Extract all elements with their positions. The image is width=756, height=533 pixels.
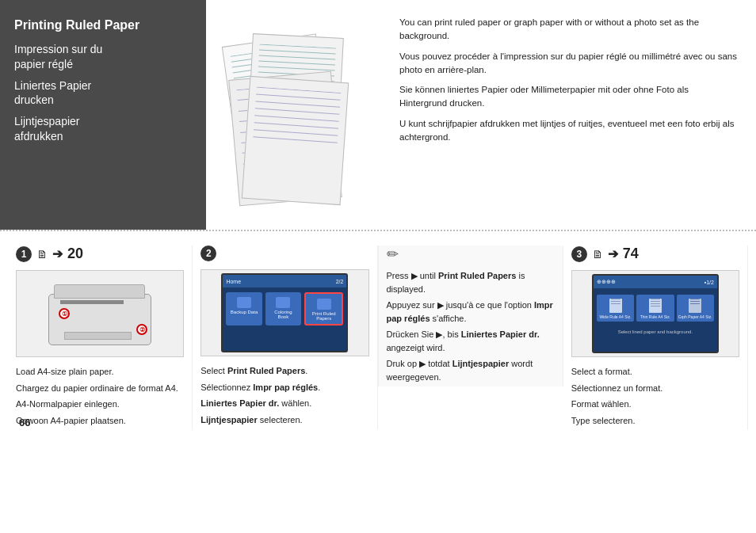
note-desc-fr: Appuyez sur ▶ jusqu'à ce que l'option Im… (387, 299, 555, 325)
step-3-desc-nl: Type selecteren. (571, 414, 739, 428)
thin-rule-icon (649, 299, 662, 313)
note-step: ✏ Press ▶ until Print Ruled Papers is di… (378, 246, 563, 386)
step-1-desc-fr: Chargez du papier ordinaire de format A4… (16, 382, 184, 395)
menu-print-ruled: Print Ruled Papers (304, 292, 343, 326)
screen3-header: ⊕⊕⊕⊕ ▪1/2 (594, 276, 717, 288)
step-3-desc-de: Format wählen. (571, 398, 739, 411)
note-desc-nl: Druk op ▶ totdat Lijntjespapier wordt we… (387, 357, 555, 383)
screen-body: Backup Data Coloring Book Print Ruled Pa… (223, 287, 346, 330)
step-2-desc-de: Liniertes Papier dr. wählen. (200, 397, 368, 410)
sidebar-subtitle-fr: Impression sur dupapier réglé (14, 42, 192, 72)
arrow-3: ➔ (608, 246, 618, 261)
step-3: 3 🗎 ➔ 74 ⊕⊕⊕⊕ ▪1/2 Wide Rule A4 Siz. (563, 246, 748, 430)
step-1-desc-nl: Gewoon A4-papier plaatsen. (16, 414, 184, 428)
sidebar-subtitle-nl: Lijntjespapierafdrukken (14, 114, 192, 144)
page-number: 66 (19, 417, 30, 428)
note-text: Press ▶ until Print Ruled Papers is disp… (387, 269, 555, 383)
desc-en: You can print ruled paper or graph paper… (399, 16, 737, 44)
step-1-page: 20 (67, 246, 83, 262)
sidebar-title: Printing Ruled Paper (14, 17, 192, 34)
top-section: Printing Ruled Paper Impression sur dupa… (0, 0, 756, 230)
backup-data-label: Backup Data (229, 310, 258, 314)
note-desc-en: Press ▶ until Print Ruled Papers is disp… (387, 269, 555, 295)
right-content: You can print ruled paper or graph paper… (380, 0, 756, 230)
menu-coloring-book: Coloring Book (265, 292, 301, 326)
book-icon-1: 🗎 (36, 248, 48, 261)
wide-rule-label: Wide Rule A4 Siz. (598, 314, 632, 319)
graph-paper-label: Grph Paper A4 Siz. (678, 314, 712, 319)
screen3-footer: Select lined paper and background. (594, 328, 717, 336)
step-1-number: 1 (16, 246, 32, 262)
desc-de: Sie können liniertes Papier oder Millime… (399, 83, 737, 111)
sidebar: Printing Ruled Paper Impression sur dupa… (0, 0, 206, 230)
screen3-page: ▪1/2 (704, 280, 714, 285)
printer-output-tray (64, 332, 132, 340)
menu-backup-data: Backup Data (226, 292, 262, 326)
step-2-text: Select Print Ruled Papers. Sélectionnez … (200, 364, 368, 426)
step-1-header: 1 🗎 ➔ 20 (16, 246, 184, 262)
screen-title: Home (226, 279, 241, 284)
thin-rule-label: Thin Rule A4 Siz. (638, 314, 672, 319)
screen-page: 2/2 (336, 279, 344, 284)
step-1-desc-de: A4-Normalpapier einlegen. (16, 398, 184, 411)
step-2-screen: Home 2/2 Backup Data Coloring Book Print… (221, 273, 348, 352)
step-3-header: 3 🗎 ➔ 74 (571, 246, 739, 262)
step-2-header: 2 (200, 246, 368, 261)
step-2-number: 2 (200, 246, 216, 261)
sidebar-subtitle-de: Liniertes Papierdrucken (14, 78, 192, 109)
print-ruled-label: Print Ruled Papers (309, 311, 338, 321)
bottom-section: 1 🗎 ➔ 20 ① ② Load A4-size plain paper (0, 231, 756, 438)
arrow-1: ➔ (52, 246, 63, 261)
paper-illustration (206, 0, 380, 230)
wide-rule-icon (609, 299, 622, 313)
step-2-desc-en: Select Print Ruled Papers. (200, 364, 368, 378)
step-1: 1 🗎 ➔ 20 ① ② Load A4-size plain paper (8, 246, 193, 430)
step-1-desc-en: Load A4-size plain paper. (16, 365, 184, 379)
step-3-image: ⊕⊕⊕⊕ ▪1/2 Wide Rule A4 Siz. Thin (571, 270, 739, 357)
note-desc-de: Drücken Sie ▶, bis Liniertes Papier dr. … (387, 328, 555, 354)
step-2-desc-nl: Lijntjespapier selecteren. (200, 413, 368, 427)
printer-illustration: ① ② (44, 278, 155, 349)
step-3-text: Select a format. Sélectionnez un format.… (571, 365, 739, 427)
step-2-image: Home 2/2 Backup Data Coloring Book Print… (200, 269, 368, 356)
pencil-icon: ✏ (387, 246, 555, 263)
book-icon-3: 🗎 (592, 248, 603, 261)
screen3-body: Wide Rule A4 Siz. Thin Rule A4 Siz. Grph… (594, 288, 717, 328)
format-graph: Grph Paper A4 Siz. (677, 295, 714, 322)
screen3-icons: ⊕⊕⊕⊕ (597, 279, 616, 285)
graph-paper-icon (689, 299, 701, 313)
coloring-book-label: Coloring Book (269, 310, 298, 319)
printer-slot (60, 300, 124, 304)
format-wide-rule: Wide Rule A4 Siz. (597, 295, 634, 322)
desc-fr: Vous pouvez procéder à l'impression sur … (399, 50, 737, 78)
screen-header: Home 2/2 (223, 275, 346, 287)
paper-sheet-grid-2 (242, 76, 349, 205)
desc-nl: U kunt schrijfpapier afdrukken met lijnt… (399, 117, 737, 145)
step-2-desc-fr: Sélectionnez Impr pap réglés. (200, 381, 368, 394)
step-3-page: 74 (623, 246, 639, 262)
print-ruled-icon (317, 299, 331, 310)
backup-data-icon (237, 297, 251, 308)
paper-stack (230, 32, 357, 198)
step-2: 2 Home 2/2 Backup Data Coloring Book (193, 246, 377, 429)
step-3-desc-fr: Sélectionnez un format. (571, 382, 739, 395)
step-1-text: Load A4-size plain paper. Chargez du pap… (16, 365, 184, 427)
printer-lid (54, 284, 145, 299)
format-thin-rule: Thin Rule A4 Siz. (636, 295, 674, 322)
step-3-number: 3 (571, 246, 587, 262)
step-3-screen: ⊕⊕⊕⊕ ▪1/2 Wide Rule A4 Siz. Thin (592, 274, 719, 353)
step-1-image: ① ② (16, 270, 184, 357)
step-3-desc-en: Select a format. (571, 365, 739, 379)
coloring-book-icon (276, 297, 290, 308)
